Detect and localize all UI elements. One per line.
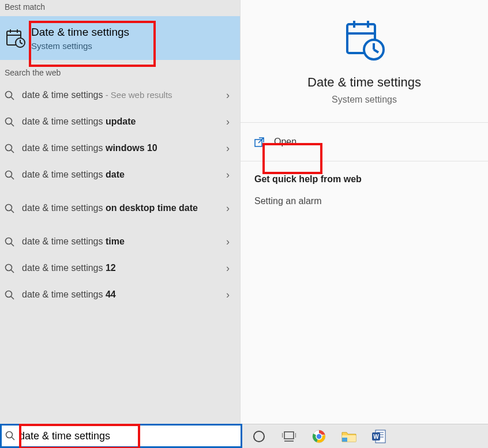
web-result-label: date & time settings windows 10 — [22, 142, 240, 154]
search-icon — [5, 236, 22, 247]
chevron-right-icon: › — [226, 262, 230, 274]
open-label: Open — [274, 137, 296, 147]
windows-search-box[interactable] — [0, 424, 242, 448]
svg-line-22 — [11, 296, 14, 299]
preview-title: Date & time settings — [246, 75, 482, 90]
web-result[interactable]: date & time settings 12› — [0, 255, 240, 281]
web-result-label: date & time settings update — [22, 116, 240, 127]
help-link[interactable]: Setting an alarm — [254, 196, 474, 206]
svg-text:W: W — [373, 434, 379, 440]
svg-point-19 — [6, 265, 12, 271]
svg-line-16 — [11, 210, 14, 213]
search-icon — [5, 289, 22, 300]
web-result[interactable]: date & time settings time› — [0, 228, 240, 255]
preview-hero: Date & time settings System settings — [241, 0, 488, 122]
help-heading: Get quick help from web — [254, 174, 474, 185]
chevron-right-icon: › — [226, 142, 230, 155]
svg-line-32 — [12, 437, 14, 440]
svg-rect-34 — [284, 432, 294, 439]
search-web-label: Search the web — [0, 60, 240, 82]
web-result-label: date & time settings 44 — [22, 289, 240, 300]
svg-line-8 — [11, 97, 14, 100]
best-match-subtitle: System settings — [31, 41, 129, 51]
taskbar: W — [0, 424, 488, 448]
preview-panel: Date & time settings System settings Ope… — [240, 0, 488, 424]
web-result-label: date & time settings 12 — [22, 262, 240, 274]
chevron-right-icon: › — [226, 116, 230, 128]
search-input[interactable] — [19, 426, 241, 446]
web-result[interactable]: date & time settings - See web results› — [0, 82, 240, 108]
svg-line-10 — [11, 123, 14, 126]
best-match-label: Best match — [0, 0, 240, 16]
svg-point-7 — [6, 92, 12, 98]
web-result-label: date & time settings time — [22, 236, 240, 247]
svg-point-11 — [6, 145, 12, 151]
svg-line-20 — [11, 270, 14, 273]
web-result[interactable]: date & time settings windows 10› — [0, 135, 240, 161]
svg-rect-42 — [342, 438, 347, 442]
web-result[interactable]: date & time settings on desktop time dat… — [0, 188, 240, 228]
open-action[interactable]: Open — [241, 123, 488, 161]
web-result-label: date & time settings on desktop time dat… — [22, 202, 240, 214]
search-icon — [5, 89, 22, 101]
chrome-icon[interactable] — [311, 429, 326, 444]
svg-point-31 — [6, 432, 13, 438]
web-result[interactable]: date & time settings date› — [0, 161, 240, 188]
svg-line-18 — [11, 243, 14, 246]
word-icon[interactable]: W — [371, 429, 386, 444]
web-result[interactable]: date & time settings 44› — [0, 281, 240, 308]
date-time-icon — [341, 17, 388, 63]
search-icon — [5, 116, 22, 127]
svg-line-12 — [11, 150, 14, 153]
chevron-right-icon: › — [226, 236, 230, 248]
open-icon — [254, 137, 265, 147]
svg-point-15 — [6, 205, 12, 211]
preview-subtitle: System settings — [246, 95, 482, 105]
task-view-icon[interactable] — [281, 429, 296, 444]
best-match-title: Date & time settings — [31, 26, 129, 39]
svg-point-9 — [6, 118, 12, 125]
svg-point-33 — [254, 431, 264, 442]
search-icon — [5, 169, 22, 180]
search-icon — [5, 262, 22, 274]
chevron-right-icon: › — [226, 89, 230, 101]
web-result[interactable]: date & time settings update› — [0, 108, 240, 135]
best-match-result[interactable]: Date & time settings System settings — [0, 16, 240, 60]
search-results-panel: Best match Date & time settings System s… — [0, 0, 240, 424]
web-results-list: date & time settings - See web results›d… — [0, 82, 240, 308]
cortana-icon[interactable] — [251, 429, 266, 444]
web-result-label: date & time settings date — [22, 169, 240, 180]
svg-point-13 — [6, 171, 12, 178]
chevron-right-icon: › — [226, 289, 230, 301]
chevron-right-icon: › — [226, 202, 230, 214]
search-icon — [5, 202, 22, 214]
date-time-icon — [3, 28, 28, 48]
svg-point-21 — [6, 291, 12, 298]
file-explorer-icon[interactable] — [341, 429, 356, 444]
search-icon — [5, 142, 22, 154]
svg-point-17 — [6, 238, 12, 244]
search-icon — [5, 431, 19, 441]
web-result-label: date & time settings - See web results — [22, 89, 240, 101]
chevron-right-icon: › — [226, 169, 230, 181]
svg-line-14 — [11, 176, 14, 179]
